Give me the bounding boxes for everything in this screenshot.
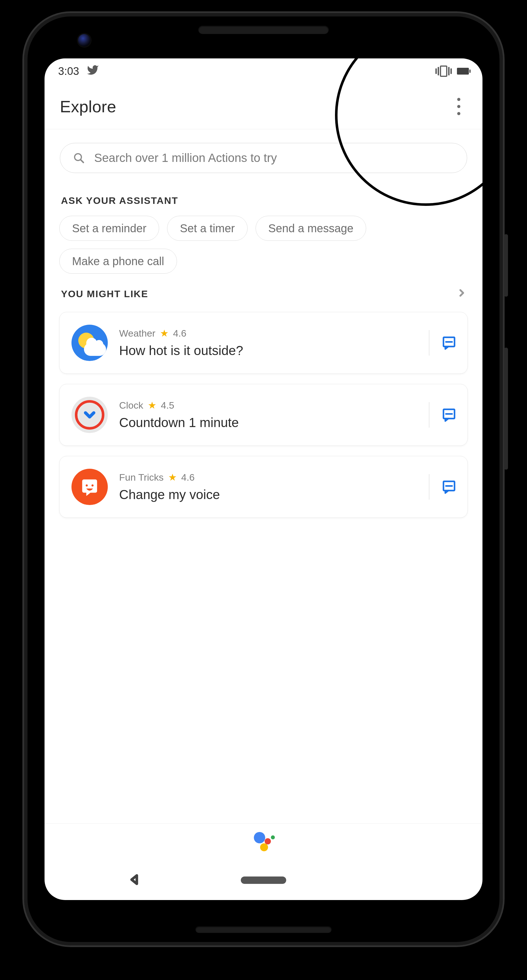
app-header: Explore xyxy=(45,84,482,129)
star-icon: ★ xyxy=(148,399,156,411)
battery-icon xyxy=(457,68,469,75)
twitter-notif-icon xyxy=(86,64,99,79)
nav-back-button[interactable] xyxy=(129,873,141,887)
card-category: Clock xyxy=(119,400,143,411)
search-placeholder: Search over 1 million Actions to try xyxy=(94,151,277,165)
suggestion-card-clock[interactable]: Clock ★ 4.5 Countdown 1 minute xyxy=(59,384,468,446)
chip-set-reminder[interactable]: Set a reminder xyxy=(59,216,159,241)
svg-marker-8 xyxy=(132,875,137,884)
vibrate-icon xyxy=(435,65,452,77)
search-icon xyxy=(73,152,84,164)
front-camera xyxy=(78,34,91,46)
nav-home-pill[interactable] xyxy=(241,877,286,884)
star-icon: ★ xyxy=(168,472,177,483)
card-title: Change my voice xyxy=(119,487,425,502)
card-title: How hot is it outside? xyxy=(119,343,425,358)
suggestion-card-fun-tricks[interactable]: Fun Tricks ★ 4.6 Change my voice xyxy=(59,456,468,518)
chip-phone-call[interactable]: Make a phone call xyxy=(59,249,177,274)
chip-set-timer[interactable]: Set a timer xyxy=(167,216,247,241)
google-assistant-icon xyxy=(252,831,275,854)
try-it-button[interactable] xyxy=(439,477,459,497)
chip-send-message[interactable]: Send a message xyxy=(256,216,366,241)
power-button[interactable] xyxy=(504,234,508,297)
search-input[interactable]: Search over 1 million Actions to try xyxy=(60,143,467,173)
page-title: Explore xyxy=(60,97,116,116)
card-category: Fun Tricks xyxy=(119,472,164,483)
chevron-right-icon xyxy=(457,288,466,299)
status-bar: 3:03 xyxy=(45,59,482,84)
svg-line-1 xyxy=(81,160,83,162)
ask-assistant-heading: ASK YOUR ASSISTANT xyxy=(45,183,482,213)
card-rating: 4.5 xyxy=(161,400,174,411)
weather-icon xyxy=(72,325,108,361)
screen: 3:03 Explore xyxy=(45,59,482,900)
card-rating: 4.6 xyxy=(173,328,186,339)
system-nav-bar xyxy=(45,860,482,900)
overflow-menu-button[interactable] xyxy=(450,98,467,115)
speaker-top xyxy=(198,25,329,34)
phone-frame: 3:03 Explore xyxy=(22,11,505,947)
ask-chips: Set a reminder Set a timer Send a messag… xyxy=(45,213,482,277)
card-category: Weather xyxy=(119,328,155,339)
star-icon: ★ xyxy=(160,328,169,339)
assistant-bar[interactable] xyxy=(45,824,482,860)
try-it-button[interactable] xyxy=(439,333,459,353)
clock-icon xyxy=(72,397,108,433)
you-might-like-heading[interactable]: YOU MIGHT LIKE xyxy=(45,277,482,306)
volume-button[interactable] xyxy=(504,348,508,469)
card-title: Countdown 1 minute xyxy=(119,415,425,430)
suggestion-card-weather[interactable]: Weather ★ 4.6 How hot is it outside? xyxy=(59,312,468,374)
speaker-bottom xyxy=(196,926,331,933)
status-time: 3:03 xyxy=(58,65,79,77)
content-scroll[interactable]: Search over 1 million Actions to try ASK… xyxy=(45,129,482,824)
fun-tricks-icon xyxy=(72,469,108,505)
try-it-button[interactable] xyxy=(439,405,459,425)
card-rating: 4.6 xyxy=(181,472,194,483)
